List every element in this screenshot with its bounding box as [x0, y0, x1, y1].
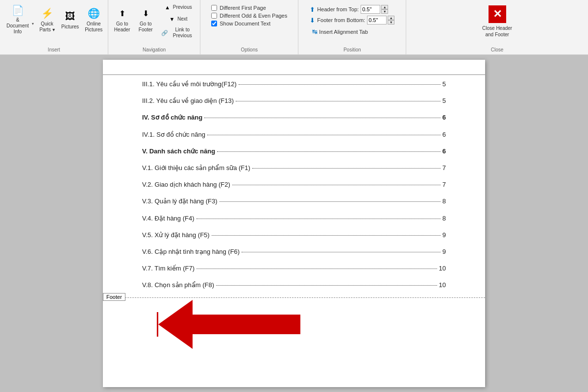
toc-entry-iv1: IV.1. Sơ đồ chức năng6 [142, 130, 446, 139]
pictures-icon: 🖼 [63, 9, 77, 23]
go-to-header-icon: ⬆ [115, 6, 129, 20]
toc-dots-v [217, 151, 441, 152]
toc-entry-iv: IV. Sơ đồ chức năng6 [142, 113, 446, 122]
toc-text-iv1: IV.1. Sơ đồ chức năng [142, 130, 205, 139]
different-odd-even-checkbox[interactable]: Different Odd & Even Pages [211, 13, 287, 19]
footer-from-bottom-input[interactable] [367, 16, 387, 24]
different-odd-even-input[interactable] [211, 13, 217, 19]
footer-from-bottom-icon: ⬇ [310, 17, 315, 24]
toc-page-iii1: 5 [442, 80, 446, 89]
toc-dots-iv [204, 118, 441, 118]
toc-entry-v7: V.7. Tìm kiếm (F7)10 [142, 264, 446, 273]
toc-page-v3: 8 [442, 197, 446, 206]
go-to-footer-button[interactable]: ⬇ Go toFooter [135, 2, 156, 36]
document-info-dropdown-arrow[interactable]: ▾ [32, 2, 35, 36]
toc-page-iii2: 5 [442, 97, 446, 105]
arrow-body [193, 315, 300, 334]
header-from-top-icon: ⬆ [310, 6, 315, 13]
toc-text-v8: V.8. Chọn sản phẩm (F8) [142, 281, 214, 290]
toc-entry-iii2: III.2. Yêu cầu về giao diện (F13)5 [142, 97, 446, 105]
toc-dots-v2 [232, 185, 441, 185]
toc-text-iii2: III.2. Yêu cầu về giao diện (F13) [142, 97, 234, 105]
ribbon-group-close: ✕ Close Headerand Footer Close [406, 0, 588, 54]
ribbon-group-position: ⬆ Header from Top: ▲ ▼ ⬇ Footer from Bot… [298, 0, 406, 54]
toc-dots-v5 [212, 235, 441, 236]
quick-parts-icon: ⚡ [40, 6, 54, 20]
toc-page-v: 6 [442, 147, 446, 156]
toc-dots-v8 [216, 285, 437, 286]
document-page: III.1. Yêu cầu về môi trường(F12)5III.2.… [103, 60, 485, 387]
toc-dots-v1 [252, 168, 441, 169]
header-from-top-input[interactable] [361, 5, 380, 14]
footer-from-bottom-spin-up[interactable]: ▲ [388, 16, 394, 20]
red-arrow [158, 300, 300, 349]
go-to-footer-label: Go toFooter [139, 21, 153, 33]
toc-page-v1: 7 [442, 164, 446, 172]
toc-dots-v6 [242, 252, 441, 252]
footer-from-bottom-row: ⬇ Footer from Bottom: ▲ ▼ [310, 16, 394, 24]
insert-alignment-tab-button[interactable]: ↹ Insert Alignment Tab [310, 26, 394, 37]
toc-dots-iii1 [239, 84, 441, 85]
toc-dots-iii2 [236, 101, 441, 101]
ribbon-group-navigation: ⬆ Go toHeader ⬇ Go toFooter ▲ Previous ▼… [108, 0, 200, 54]
toc-text-iv: IV. Sơ đồ chức năng [142, 113, 202, 122]
online-pictures-button[interactable]: 🌐 OnlinePictures [82, 2, 105, 36]
toc-page-v7: 10 [439, 264, 446, 273]
ribbon-group-insert: 📄 & DocumentInfo ▾ ⚡ QuickParts ▾ 🖼 Pict… [0, 0, 108, 54]
toc-page-v8: 10 [439, 281, 446, 290]
header-from-top-spin-down[interactable]: ▼ [381, 9, 388, 14]
toc-page-v4: 8 [442, 214, 446, 223]
header-from-top-input-group: ▲ ▼ [361, 5, 388, 14]
link-to-previous-icon: 🔗 [161, 29, 169, 37]
toc-page-iv1: 6 [442, 130, 446, 139]
toc-text-v3: V.3. Quản lý đặt hàng (F3) [142, 197, 218, 206]
toc-dots-iv1 [207, 135, 441, 135]
header-from-top-spin-up[interactable]: ▲ [381, 5, 388, 9]
header-from-top-spinner: ▲ ▼ [381, 5, 388, 14]
header-from-top-row: ⬆ Header from Top: ▲ ▼ [310, 5, 394, 14]
navigation-group-label: Navigation [108, 47, 200, 52]
show-document-text-input[interactable] [211, 21, 217, 26]
toc-text-v4: V.4. Đặt hàng (F4) [142, 214, 195, 223]
document-info-button[interactable]: 📄 & DocumentInfo ▾ [3, 2, 35, 36]
link-to-previous-button[interactable]: 🔗 Link to Previous [158, 25, 197, 40]
footer-content [142, 300, 485, 349]
insert-alignment-tab-label: Insert Alignment Tab [319, 29, 368, 35]
next-button[interactable]: ▼ Next [158, 14, 197, 24]
close-header-footer-button[interactable]: ✕ Close Headerand Footer [478, 2, 516, 41]
toc-text-v2: V.2. Giao dịch khách hàng (F2) [142, 180, 230, 189]
header-from-top-label: Header from Top: [317, 6, 359, 12]
footer-from-bottom-spin-down[interactable]: ▼ [388, 20, 394, 24]
online-pictures-icon: 🌐 [87, 6, 100, 20]
go-to-header-button[interactable]: ⬆ Go toHeader [111, 2, 133, 36]
toc-text-v1: V.1. Giới thiệu các sản phẩm sữa (F1) [142, 164, 250, 172]
arrow-area [142, 300, 300, 349]
pictures-label: Pictures [61, 24, 79, 30]
toc-dots-v7 [196, 269, 437, 269]
different-first-page-input[interactable] [211, 5, 217, 11]
pictures-button[interactable]: 🖼 Pictures [59, 2, 81, 36]
quick-parts-button[interactable]: ⚡ QuickParts ▾ [36, 2, 58, 36]
different-odd-even-label: Different Odd & Even Pages [220, 13, 287, 19]
footer-from-bottom-label: Footer from Bottom: [317, 17, 365, 23]
show-document-text-checkbox[interactable]: Show Document Text [211, 21, 287, 26]
toc-page-v2: 7 [442, 180, 446, 189]
toc-entry-v5: V.5. Xử lý đặt hàng (F5)9 [142, 231, 446, 240]
show-document-text-label: Show Document Text [220, 21, 270, 26]
footer-label: Footer [103, 293, 125, 301]
toc-dots-v4 [196, 219, 441, 219]
toc-entry-v1: V.1. Giới thiệu các sản phẩm sữa (F1)7 [142, 164, 446, 172]
insert-group-label: Insert [0, 47, 108, 52]
insert-alignment-tab-icon: ↹ [312, 28, 318, 35]
toc-entry-v6: V.6. Cập nhật tình trạng hàng (F6)9 [142, 247, 446, 256]
footer-area: Footer [103, 297, 485, 349]
toc-entry-v2: V.2. Giao dịch khách hàng (F2)7 [142, 180, 446, 189]
different-first-page-checkbox[interactable]: Different First Page [211, 5, 287, 11]
go-to-header-label: Go toHeader [114, 21, 130, 33]
previous-icon: ▲ [164, 3, 172, 11]
toc-page-v5: 9 [442, 231, 446, 240]
close-header-footer-label: Close Headerand Footer [482, 25, 512, 38]
previous-button[interactable]: ▲ Previous [158, 2, 197, 13]
link-to-previous-label: Link to Previous [170, 27, 195, 39]
ribbon-group-options: Different First Page Different Odd & Eve… [200, 0, 298, 54]
